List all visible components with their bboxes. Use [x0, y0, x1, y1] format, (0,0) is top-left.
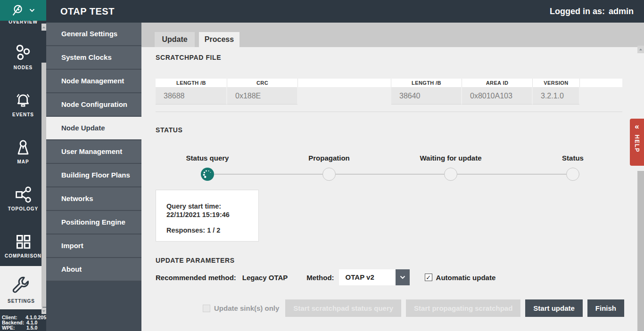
- version-label: WPE:: [2, 325, 26, 331]
- menu-item-node-configuration[interactable]: Node Configuration: [46, 93, 141, 117]
- query-info-box: Query start time: 22/11/2021 15:19:46 Re…: [156, 190, 259, 242]
- cell-length-2: 38640: [391, 87, 462, 105]
- topology-icon: [14, 185, 33, 204]
- sidebar-item-nodes[interactable]: NODES: [0, 44, 46, 70]
- sidebar-item-label: MAP: [0, 159, 46, 164]
- main-content: SCRATCHPAD FILE LENGTH /B CRC LENGTH /B …: [141, 47, 644, 331]
- spinner-icon: [201, 168, 214, 181]
- sidebar-item-comparison[interactable]: COMPARISON: [0, 232, 46, 258]
- scratchpad-table: LENGTH /B CRC LENGTH /B AREA ID VERSION …: [156, 79, 622, 105]
- content-scrollbar-thumb[interactable]: [637, 171, 644, 331]
- cell-empty: [298, 87, 391, 105]
- menu-item-user-management[interactable]: User Management: [46, 140, 141, 164]
- settings-menu: General Settings System Clocks Node Mana…: [46, 23, 141, 331]
- comparison-icon: [14, 232, 33, 251]
- scratchpad-file-heading: SCRATCHPAD FILE: [156, 54, 221, 61]
- scratchpad-table-values: 38688 0x188E 38640 0x8010A103 3.2.1.0: [156, 87, 622, 105]
- select-chevron-icon: [396, 269, 410, 285]
- step-circle-propagation: [322, 168, 336, 181]
- column-header-length: LENGTH /B: [156, 79, 227, 87]
- menu-item-node-update[interactable]: Node Update: [46, 117, 141, 140]
- method-label: Method:: [306, 274, 334, 282]
- help-collapse-icon: «: [635, 122, 639, 131]
- step-label-waiting-for-update: Waiting for update: [420, 154, 481, 162]
- step-circle-waiting-for-update: [444, 168, 457, 181]
- menu-item-positioning-engine[interactable]: Positioning Engine: [46, 211, 141, 234]
- sidebar-item-label: COMPARISON: [0, 253, 46, 258]
- automatic-update-checkbox[interactable]: ✓: [425, 274, 432, 281]
- menu-item-import[interactable]: Import: [46, 234, 141, 258]
- section-divider: [156, 112, 622, 112]
- version-value: 1.5.0: [26, 325, 37, 331]
- logged-in-label: Logged in as:: [550, 7, 605, 16]
- start-scratchpad-status-query-button[interactable]: Start scratchpad status query: [285, 299, 401, 317]
- menu-item-node-management[interactable]: Node Management: [46, 70, 141, 93]
- recommended-method-value: Legacy OTAP: [242, 274, 288, 282]
- cell-length: 38688: [156, 87, 227, 105]
- icon-sidebar: OVERVIEW NODES EVENTS: [0, 0, 46, 331]
- sidebar-scroll-down-button[interactable]: [41, 307, 46, 315]
- update-sinks-label: Update sink(s) only: [214, 304, 279, 312]
- query-start-label: Query start time:: [166, 202, 258, 210]
- menu-item-about[interactable]: About: [46, 258, 141, 282]
- finish-button[interactable]: Finish: [587, 299, 624, 317]
- step-label-status-query: Status query: [186, 154, 229, 162]
- tab-update[interactable]: Update: [155, 32, 195, 47]
- sidebar-item-settings[interactable]: SETTINGS: [0, 266, 42, 309]
- method-select[interactable]: OTAP v2: [339, 269, 410, 285]
- step-label-status: Status: [562, 154, 584, 162]
- sidebar-item-events[interactable]: EVENTS: [0, 91, 46, 117]
- scroll-up-icon: [42, 26, 45, 28]
- start-update-button[interactable]: Start update: [525, 299, 583, 317]
- logged-in-info: Logged in as: admin: [550, 0, 634, 23]
- logged-in-username: admin: [609, 7, 634, 16]
- help-panel-tab[interactable]: « HELP: [630, 119, 644, 166]
- cell-version: 3.2.1.0: [533, 87, 580, 105]
- help-tab-label: HELP: [634, 135, 640, 153]
- method-select-value: OTAP v2: [339, 269, 396, 285]
- column-header-length-2: LENGTH /B: [391, 79, 462, 87]
- sidebar-item-label: TOPOLOGY: [0, 206, 46, 211]
- nodes-icon: [14, 44, 33, 63]
- cell-area-id: 0x8010A103: [462, 87, 533, 105]
- step-circle-status: [566, 168, 579, 181]
- settings-icon: [11, 275, 32, 296]
- column-header-empty: [298, 79, 391, 87]
- scratchpad-table-header: LENGTH /B CRC LENGTH /B AREA ID VERSION: [156, 79, 622, 87]
- sidebar-scrollbar-thumb[interactable]: [41, 63, 46, 307]
- responses-count: Responses: 1 / 2: [166, 226, 258, 234]
- cell-empty-2: [580, 87, 622, 105]
- content-scroll-up-button[interactable]: [637, 46, 644, 53]
- tab-process[interactable]: Process: [199, 32, 239, 47]
- scroll-up-icon: [639, 48, 642, 50]
- menu-item-system-clocks[interactable]: System Clocks: [46, 46, 141, 70]
- query-start-time: 22/11/2021 15:19:46: [166, 210, 258, 219]
- automatic-update-option: ✓ Automatic update: [425, 274, 496, 282]
- update-parameters-heading: UPDATE PARAMETERS: [156, 257, 235, 264]
- cell-crc: 0x188E: [227, 87, 298, 105]
- app-window: OTAP TEST Logged in as: admin OVERVIEW N…: [0, 0, 644, 331]
- menu-item-building-floor-plans[interactable]: Building Floor Plans: [46, 164, 141, 187]
- page-title: OTAP TEST: [60, 0, 115, 23]
- start-propagating-scratchpad-button[interactable]: Start propagating scratchpad: [406, 299, 520, 317]
- stepper-line: [207, 174, 573, 175]
- menu-item-general-settings[interactable]: General Settings: [46, 23, 141, 46]
- recommended-method-label: Recommended method:: [156, 274, 236, 282]
- sidebar-scroll-up-button[interactable]: [41, 24, 46, 31]
- update-parameters-row: Recommended method: Legacy OTAP Method: …: [156, 269, 495, 285]
- automatic-update-label: Automatic update: [436, 274, 496, 282]
- menu-item-networks[interactable]: Networks: [46, 187, 141, 211]
- update-sinks-checkbox[interactable]: [203, 305, 210, 312]
- sidebar-item-label: SETTINGS: [0, 299, 42, 304]
- column-header-crc: CRC: [227, 79, 298, 87]
- column-header-version: VERSION: [533, 79, 580, 87]
- logo-icon: [11, 3, 25, 17]
- app-logo-menu[interactable]: [0, 0, 46, 21]
- column-header-area-id: AREA ID: [462, 79, 533, 87]
- sidebar-item-map[interactable]: MAP: [0, 138, 46, 164]
- version-row: WPE: 1.5.0: [2, 325, 46, 331]
- events-icon: [14, 91, 33, 110]
- action-buttons-row: Update sink(s) only Start scratchpad sta…: [203, 299, 624, 317]
- sidebar-item-topology[interactable]: TOPOLOGY: [0, 185, 46, 211]
- sidebar-item-label: NODES: [0, 65, 46, 70]
